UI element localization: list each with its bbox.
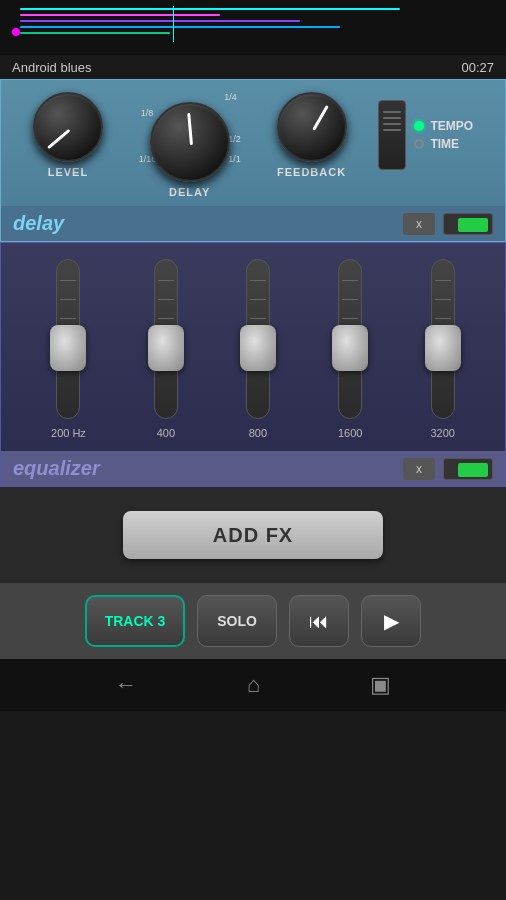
play-icon: ▶	[384, 609, 399, 633]
back-button[interactable]: ←	[115, 672, 137, 698]
fader-line	[60, 318, 76, 319]
fader-line	[435, 299, 451, 300]
eq-thumb-4[interactable]	[332, 325, 368, 371]
eq-plugin-name: equalizer	[13, 457, 100, 480]
waveform-line-2	[20, 14, 220, 16]
eq-active-indicator	[458, 463, 488, 477]
play-button[interactable]: ▶	[361, 595, 421, 647]
eq-thumb-1[interactable]	[50, 325, 86, 371]
tempo-slider[interactable]	[378, 100, 406, 170]
fader-line	[158, 299, 174, 300]
waveform-line-5	[20, 32, 170, 34]
waveform-display	[8, 4, 498, 44]
fader-line	[158, 318, 174, 319]
add-fx-section: ADD FX	[0, 487, 506, 583]
delay-toggle-button[interactable]	[443, 213, 493, 235]
fader-line	[342, 318, 358, 319]
slider-line-3	[383, 123, 401, 125]
level-knob-group: LEVEL	[33, 92, 103, 178]
tempo-option-label: TEMPO	[430, 119, 473, 133]
eq-thumb-5[interactable]	[425, 325, 461, 371]
eq-freq-label-2: 400	[157, 427, 175, 439]
solo-label: SOLO	[217, 613, 257, 629]
level-label: LEVEL	[48, 166, 88, 178]
delay-plugin-controls: x	[403, 213, 493, 235]
fader-line	[158, 280, 174, 281]
fader-line	[435, 318, 451, 319]
tempo-dot-active	[414, 121, 424, 131]
delay-plugin-name: delay	[13, 212, 64, 235]
delay-plugin: LEVEL 1/4 1/8 1/2 1/16 1/1 DELAY FEEDBAC…	[0, 79, 506, 242]
waveform-area	[0, 0, 506, 55]
fader-line	[250, 318, 266, 319]
eq-freq-label-4: 1600	[338, 427, 362, 439]
delay-remove-button[interactable]: x	[403, 213, 435, 235]
track-button[interactable]: TRACK 3	[85, 595, 185, 647]
delay-label-bar: delay x	[1, 206, 505, 241]
eq-fader-track-3[interactable]	[246, 259, 270, 419]
equalizer-plugin: 200 Hz 400	[0, 242, 506, 487]
eq-fader-track-1[interactable]	[56, 259, 80, 419]
delay-indicator	[187, 113, 193, 145]
slider-line-4	[383, 129, 401, 131]
delay-tick-1/8: 1/8	[141, 108, 154, 118]
track-label: TRACK 3	[105, 613, 166, 629]
eq-thumb-3[interactable]	[240, 325, 276, 371]
time-option[interactable]: TIME	[414, 137, 473, 151]
waveform-line-4	[20, 26, 340, 28]
android-nav: ← ⌂ ▣	[0, 659, 506, 711]
eq-fader-track-4[interactable]	[338, 259, 362, 419]
eq-label-bar: equalizer x	[1, 451, 505, 486]
tempo-slider-lines	[379, 111, 405, 131]
eq-controls: 200 Hz 400	[1, 243, 505, 451]
eq-band-800hz: 800	[246, 259, 270, 439]
eq-fader-track-2[interactable]	[154, 259, 178, 419]
delay-tick-1/2: 1/2	[228, 134, 241, 144]
feedback-label: FEEDBACK	[277, 166, 346, 178]
solo-button[interactable]: SOLO	[197, 595, 277, 647]
add-fx-button[interactable]: ADD FX	[123, 511, 383, 559]
slider-line-2	[383, 117, 401, 119]
eq-freq-label-3: 800	[249, 427, 267, 439]
eq-fader-track-5[interactable]	[431, 259, 455, 419]
home-button[interactable]: ⌂	[247, 672, 260, 698]
tempo-slider-area: TEMPO TIME	[378, 100, 473, 170]
fader-line	[250, 299, 266, 300]
status-bar: Android blues 00:27	[0, 55, 506, 79]
slider-line-1	[383, 111, 401, 113]
tempo-options: TEMPO TIME	[414, 119, 473, 151]
position-dot	[12, 28, 20, 36]
fader-line	[435, 280, 451, 281]
waveform-line-1	[20, 8, 400, 10]
delay-knob[interactable]	[150, 102, 230, 182]
tempo-option[interactable]: TEMPO	[414, 119, 473, 133]
rewind-button[interactable]: ⏮	[289, 595, 349, 647]
eq-freq-label-1: 200 Hz	[51, 427, 86, 439]
add-fx-label: ADD FX	[213, 524, 293, 547]
eq-plugin-controls: x	[403, 458, 493, 480]
level-knob[interactable]	[33, 92, 103, 162]
song-title: Android blues	[12, 60, 92, 75]
eq-toggle-button[interactable]	[443, 458, 493, 480]
eq-freq-label-5: 3200	[430, 427, 454, 439]
rewind-icon: ⏮	[309, 610, 329, 633]
delay-knob-group: 1/4 1/8 1/2 1/16 1/1 DELAY	[135, 92, 245, 198]
time-dot	[414, 139, 424, 149]
feedback-knob-group: FEEDBACK	[277, 92, 347, 178]
fader-line	[60, 299, 76, 300]
eq-thumb-2[interactable]	[148, 325, 184, 371]
delay-tick-1/4: 1/4	[224, 92, 237, 102]
waveform-line-3	[20, 20, 300, 22]
eq-band-3200hz: 3200	[430, 259, 454, 439]
feedback-knob[interactable]	[277, 92, 347, 162]
recents-button[interactable]: ▣	[370, 672, 391, 698]
delay-active-indicator	[458, 218, 488, 232]
delay-label: DELAY	[169, 186, 210, 198]
eq-band-400hz: 400	[154, 259, 178, 439]
fader-line	[342, 299, 358, 300]
delay-controls: LEVEL 1/4 1/8 1/2 1/16 1/1 DELAY FEEDBAC…	[1, 80, 505, 206]
delay-tick-1/1: 1/1	[228, 154, 241, 164]
eq-remove-button[interactable]: x	[403, 458, 435, 480]
level-indicator	[47, 129, 70, 149]
transport-bar: TRACK 3 SOLO ⏮ ▶	[0, 583, 506, 659]
